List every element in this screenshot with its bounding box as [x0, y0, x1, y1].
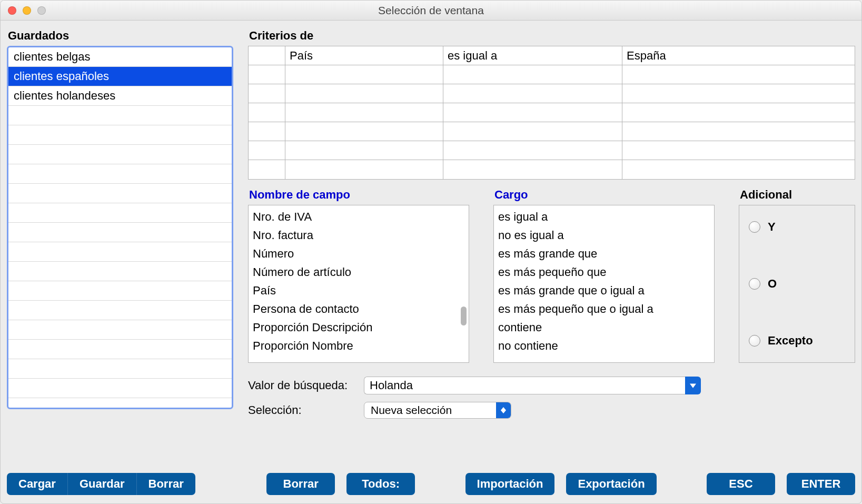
dropdown-icon[interactable] [685, 377, 701, 394]
list-item[interactable]: clientes belgas [8, 47, 232, 67]
list-item[interactable] [8, 106, 232, 125]
selection-select[interactable]: Nueva selección [364, 402, 511, 419]
fields-label: Nombre de campo [249, 188, 469, 202]
criteria-cell[interactable] [443, 103, 622, 122]
radio-excepto[interactable]: Excepto [749, 334, 845, 348]
scrollbar-thumb[interactable] [461, 307, 467, 325]
list-item[interactable] [8, 281, 232, 301]
criteria-cell[interactable] [285, 160, 443, 179]
criteria-cell[interactable] [285, 84, 443, 103]
criteria-cell[interactable]: País [285, 46, 443, 65]
list-item[interactable]: es más pequeño que o igual a [498, 300, 710, 318]
list-item[interactable] [8, 164, 232, 184]
list-item[interactable] [8, 184, 232, 203]
list-item[interactable]: Número [253, 244, 464, 263]
list-item[interactable]: Nro. de IVA [253, 207, 464, 226]
cargo-listbox[interactable]: es igual ano es igual aes más grande que… [493, 205, 715, 363]
enter-button[interactable]: ENTER [787, 473, 855, 495]
radio-y[interactable]: Y [749, 220, 845, 234]
criteria-label: Criterios de [249, 29, 855, 43]
todos-button[interactable]: Todos: [346, 473, 415, 495]
list-item[interactable]: no contiene [498, 337, 710, 355]
radio-icon [749, 278, 760, 290]
criteria-cell[interactable] [443, 122, 622, 141]
list-item[interactable]: Proporción Nombre [253, 337, 464, 355]
list-item[interactable] [8, 203, 232, 223]
list-item[interactable] [8, 340, 232, 359]
list-item[interactable]: Número de artículo [253, 263, 464, 281]
list-item[interactable] [8, 320, 232, 340]
list-item[interactable]: clientes holandeses [8, 86, 232, 106]
list-item[interactable]: Persona de contacto [253, 300, 464, 318]
criteria-cell[interactable] [443, 141, 622, 160]
criteria-cell[interactable] [285, 65, 443, 84]
radio-o[interactable]: O [749, 277, 845, 291]
list-item[interactable]: clientes españoles [8, 67, 232, 86]
guardar-button[interactable]: Guardar [68, 473, 137, 495]
saved-list[interactable]: clientes belgasclientes españolescliente… [7, 46, 233, 409]
list-item[interactable]: es igual a [498, 207, 710, 226]
list-item[interactable] [8, 301, 232, 320]
list-item[interactable] [8, 379, 232, 398]
criteria-cell[interactable] [249, 141, 285, 160]
criteria-cell[interactable] [249, 103, 285, 122]
list-item[interactable] [8, 359, 232, 379]
criteria-cell[interactable] [249, 46, 285, 65]
list-item[interactable]: contiene [498, 318, 710, 337]
criteria-cell[interactable] [622, 141, 855, 160]
list-item[interactable]: País [253, 281, 464, 300]
criteria-cell[interactable] [443, 65, 622, 84]
criteria-table[interactable]: Países igual aEspaña [248, 46, 855, 180]
additional-group: Y O Excepto [739, 205, 855, 363]
criteria-cell[interactable] [622, 122, 855, 141]
list-item[interactable] [8, 145, 232, 164]
criteria-cell[interactable]: España [622, 46, 855, 65]
list-item[interactable]: no es igual a [498, 226, 710, 244]
search-combo[interactable] [364, 377, 701, 394]
cargar-button[interactable]: Cargar [7, 473, 68, 495]
fields-listbox[interactable]: Nro. de IVANro. facturaNúmeroNúmero de a… [248, 205, 469, 363]
criteria-cell[interactable] [285, 122, 443, 141]
criteria-cell[interactable] [622, 84, 855, 103]
list-item[interactable] [8, 223, 232, 242]
criteria-cell[interactable] [443, 84, 622, 103]
criteria-cell[interactable] [249, 160, 285, 179]
criteria-cell[interactable] [249, 65, 285, 84]
criteria-cell[interactable] [249, 122, 285, 141]
list-item[interactable]: Nro. factura [253, 226, 464, 244]
criteria-cell[interactable] [622, 65, 855, 84]
selection-window: Selección de ventana Guardados clientes … [0, 0, 862, 504]
list-item[interactable]: Proporción Descripción [253, 318, 464, 337]
selection-label: Selección: [248, 403, 364, 417]
cargo-label: Cargo [494, 188, 715, 202]
saved-label: Guardados [8, 29, 233, 43]
criteria-cell[interactable] [443, 160, 622, 179]
borrar-button[interactable]: Borrar [266, 473, 335, 495]
criteria-cell[interactable] [622, 103, 855, 122]
window-title: Selección de ventana [1, 4, 861, 17]
criteria-cell[interactable] [622, 160, 855, 179]
list-item[interactable]: es más grande que [498, 244, 710, 263]
export-button[interactable]: Exportación [566, 473, 656, 495]
list-item[interactable] [8, 262, 232, 281]
list-item[interactable]: es más pequeño que [498, 263, 710, 281]
criteria-cell[interactable] [285, 103, 443, 122]
list-item[interactable] [8, 125, 232, 145]
stepper-icon[interactable] [496, 402, 511, 418]
borrar-left-button[interactable]: Borrar [137, 473, 195, 495]
list-item[interactable]: es más grande que o igual a [498, 281, 710, 300]
esc-button[interactable]: ESC [707, 473, 775, 495]
criteria-cell[interactable] [285, 141, 443, 160]
search-label: Valor de búsqueda: [248, 379, 364, 392]
criteria-cell[interactable]: es igual a [443, 46, 622, 65]
list-item[interactable] [8, 242, 232, 262]
criteria-cell[interactable] [249, 84, 285, 103]
search-input[interactable] [364, 377, 685, 394]
import-button[interactable]: Importación [465, 473, 555, 495]
titlebar: Selección de ventana [1, 1, 861, 21]
radio-icon [749, 221, 760, 233]
radio-icon [749, 335, 760, 347]
additional-label: Adicional [740, 188, 855, 202]
